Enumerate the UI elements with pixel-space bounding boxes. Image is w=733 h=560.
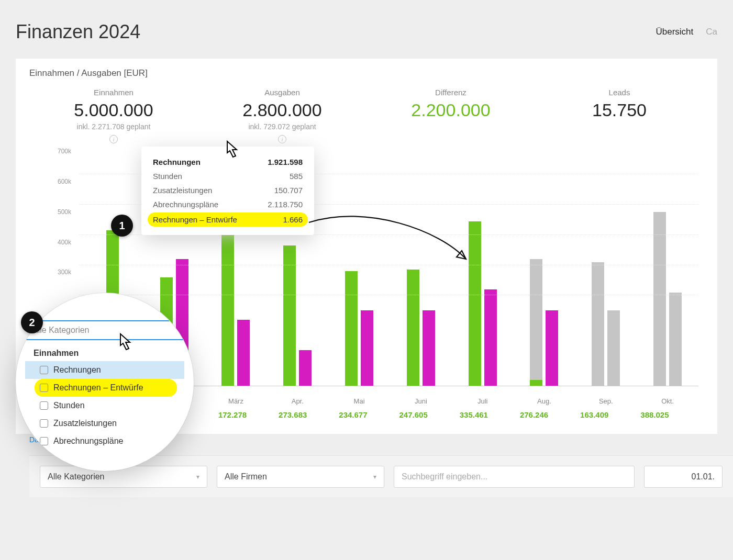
kpi-label: Ausgaben xyxy=(230,88,335,97)
kpi-label: Differenz xyxy=(398,88,503,97)
callout-badge-1: 1 xyxy=(111,215,133,237)
chart-month-column[interactable] xyxy=(637,159,698,386)
info-icon[interactable]: i xyxy=(109,135,118,143)
dropdown-option-stunden[interactable]: Stunden xyxy=(25,397,184,415)
popover-row-abrechnung: Abrechnungspläne2.118.750 xyxy=(153,197,303,211)
chart-bar[interactable] xyxy=(221,229,234,386)
kpi-value: 2.800.000 xyxy=(230,100,335,120)
dropdown-selected[interactable]: Alle Kategorien xyxy=(25,320,184,340)
popover-row-zusatz: Zusatzleistungen150.707 xyxy=(153,183,303,197)
chart-bar[interactable] xyxy=(653,212,666,386)
checkbox-icon[interactable] xyxy=(40,419,48,428)
checkbox-icon[interactable] xyxy=(40,366,48,374)
dropdown-group: Einnahmen xyxy=(25,345,184,361)
month-delta-value: 273.683 xyxy=(263,410,323,419)
x-axis-label: März xyxy=(205,397,267,405)
month-delta-value: 335.461 xyxy=(443,410,504,419)
chevron-down-icon: ▾ xyxy=(196,473,199,480)
chart-month-column[interactable] xyxy=(390,159,452,386)
chart-bar[interactable] xyxy=(592,262,604,386)
chart-bar[interactable] xyxy=(469,221,481,386)
chart-bar[interactable] xyxy=(546,310,558,386)
card-title: Einnahmen / Ausgaben [EUR] xyxy=(29,68,704,79)
search-input[interactable]: Suchbegriff eingeben... xyxy=(394,466,635,488)
kpi-value: 5.000.000 xyxy=(61,100,166,120)
x-axis-label: Sep. xyxy=(575,397,637,405)
chart-bar[interactable] xyxy=(607,310,620,386)
chevron-down-icon: ▾ xyxy=(373,473,376,480)
kpi-ausgaben: Ausgaben 2.800.000 inkl. 729.072 geplant… xyxy=(230,88,335,143)
dropdown-option-rechnungen[interactable]: Rechnungen xyxy=(25,361,184,379)
y-tick: 500k xyxy=(58,208,71,216)
callout-badge-2: 2 xyxy=(21,311,43,333)
chart-bar[interactable] xyxy=(237,320,250,386)
chart-bar[interactable] xyxy=(484,289,497,386)
kpi-differenz: Differenz 2.200.000 xyxy=(398,88,503,143)
x-axis-label: Aug. xyxy=(514,397,575,405)
x-axis-label: Juli xyxy=(452,397,514,405)
tab-overview[interactable]: Übersicht xyxy=(656,27,693,37)
checkbox-icon[interactable] xyxy=(40,401,48,410)
kpi-row: Einnahmen 5.000.000 inkl. 2.271.708 gepl… xyxy=(29,88,704,143)
y-tick: 400k xyxy=(58,239,71,246)
dropdown-option-zusatz[interactable]: Zusatzleistungen xyxy=(25,415,184,432)
kpi-sub: inkl. 2.271.708 geplant xyxy=(61,122,166,131)
month-delta-value: 234.677 xyxy=(323,410,383,419)
info-icon[interactable]: i xyxy=(278,135,286,143)
y-tick: 600k xyxy=(58,178,71,185)
chart-bar[interactable] xyxy=(530,259,542,386)
dropdown-option-entwuerfe[interactable]: Rechnungen – Entwürfe xyxy=(35,379,177,397)
dropdown-option-abrechnung[interactable]: Abrechnungspläne xyxy=(25,432,184,450)
month-delta-value: 163.409 xyxy=(564,410,625,419)
checkbox-icon[interactable] xyxy=(40,437,48,445)
kpi-value: 2.200.000 xyxy=(398,100,503,120)
kpi-einnahmen: Einnahmen 5.000.000 inkl. 2.271.708 gepl… xyxy=(61,88,166,143)
chart-month-column[interactable] xyxy=(514,159,575,386)
chart-bar[interactable] xyxy=(361,310,373,386)
filter-firms[interactable]: Alle Firmen ▾ xyxy=(217,466,384,488)
chart-bar[interactable] xyxy=(669,293,682,386)
chart-bar[interactable] xyxy=(345,271,358,386)
kpi-label: Leads xyxy=(567,88,672,97)
month-delta-value: 388.025 xyxy=(625,410,685,419)
chart-month-column[interactable] xyxy=(452,159,514,386)
kpi-leads: Leads 15.750 xyxy=(567,88,672,143)
month-delta-value: 247.605 xyxy=(383,410,443,419)
month-delta-value: 276.246 xyxy=(504,410,564,419)
date-input[interactable]: 01.01. xyxy=(644,466,723,488)
checkbox-icon[interactable] xyxy=(40,384,48,392)
x-axis-label: Juni xyxy=(390,397,452,405)
chart-month-column[interactable] xyxy=(575,159,637,386)
page-title: Finanzen 2024 xyxy=(16,21,140,43)
chart-bar[interactable] xyxy=(283,245,296,386)
popover-row-stunden: Stunden585 xyxy=(153,169,303,183)
chart-bar[interactable] xyxy=(407,270,419,386)
tabs: Übersicht Ca xyxy=(656,27,717,37)
chart-month-column[interactable] xyxy=(328,159,390,386)
kpi-value: 15.750 xyxy=(567,100,672,120)
popover-row-rechnungen: Rechnungen1.921.598 xyxy=(153,155,303,169)
kpi-label: Einnahmen xyxy=(61,88,166,97)
chart-bar[interactable] xyxy=(299,350,312,386)
x-axis-label: Apr. xyxy=(266,397,328,405)
y-tick: 300k xyxy=(58,268,71,276)
popover-row-entwuerfe: Rechnungen – Entwürfe1.666 xyxy=(148,212,308,227)
month-delta-value: 172.278 xyxy=(202,410,262,419)
y-tick: 700k xyxy=(58,148,71,155)
kpi-sub: inkl. 729.072 geplant xyxy=(230,122,335,131)
tab-other[interactable]: Ca xyxy=(706,27,717,37)
einnahmen-breakdown-popover: Rechnungen1.921.598 Stunden585 Zusatzlei… xyxy=(141,147,314,235)
chart-bar[interactable] xyxy=(423,310,435,386)
x-axis-label: Okt. xyxy=(637,397,698,405)
x-axis-label: Mai xyxy=(328,397,390,405)
